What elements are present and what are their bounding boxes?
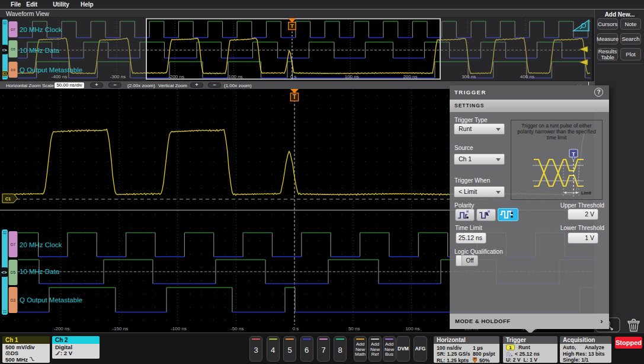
chevron-down-icon xyxy=(496,191,501,194)
horizontal-info-panel[interactable]: Horizontal 100 ns/div 1 µs SR: 1.25 GS/s… xyxy=(434,336,499,363)
trigger-panel-body: Trigger Type Runt Source Ch 1 Trigger Wh… xyxy=(450,112,609,314)
trigger-settings-panel: TRIGGER ? SETTINGS Trigger Type Runt Sou… xyxy=(450,85,609,329)
time-limit-label: Time Limit xyxy=(455,225,482,231)
mode-holdoff-bar[interactable]: MODE & HOLDOFF › xyxy=(450,314,609,329)
channel-5-button[interactable]: 5 xyxy=(283,336,296,362)
channel-tab-label: D3 xyxy=(11,68,15,72)
trigger-badge-label: T xyxy=(290,23,294,29)
h-zoom-factor: (2.00x zoom) xyxy=(127,83,155,88)
help-icon[interactable]: ? xyxy=(594,88,603,97)
trigger-panel-title: TRIGGER xyxy=(454,89,486,95)
acquisition-info-panel[interactable]: Acquisition Auto, Analyze High Res: 13 b… xyxy=(560,336,611,363)
channel-label-D3: Q Output Metastable xyxy=(20,66,82,74)
channel-2-threshold: : 2 V xyxy=(55,350,100,356)
chevron-down-icon xyxy=(496,128,501,131)
trigger-badge-label: T xyxy=(293,94,297,100)
trigger-panel-header: TRIGGER xyxy=(450,85,609,100)
overview-axis-label: 400 ns xyxy=(520,74,534,79)
dvm-button[interactable]: DVM xyxy=(396,336,410,362)
polarity-positive-button[interactable] xyxy=(455,209,475,221)
overview-strip[interactable]: <>D720 MHz ClockD510 MHz DataD3Q Output … xyxy=(2,18,592,81)
afg-button[interactable]: AFG xyxy=(414,336,427,362)
menu-file[interactable]: File xyxy=(11,1,21,8)
channel-label-D5: 10 MHz Data xyxy=(20,268,60,275)
channel-4-button[interactable]: 4 xyxy=(267,336,280,362)
ref-color xyxy=(371,339,379,340)
menu-help[interactable]: Help xyxy=(81,1,94,8)
channel-8-button[interactable]: 8 xyxy=(334,336,347,362)
resize-icon: <> xyxy=(2,47,7,53)
source-dropdown[interactable]: Ch 1 xyxy=(454,154,505,165)
channel-6-button[interactable]: 6 xyxy=(300,336,313,362)
logic-qualification-state[interactable]: Off xyxy=(462,255,478,266)
channel-2-badge[interactable]: Ch 2 Digital : 2 V xyxy=(52,336,100,359)
vertical-zoom-label: Vertical Zoom xyxy=(158,83,187,88)
svg-text:T: T xyxy=(572,151,575,157)
math-color xyxy=(356,339,364,340)
overview-ch1-badge[interactable]: C1 xyxy=(2,71,9,76)
runt-condition-icon xyxy=(506,352,513,357)
stopped-button[interactable]: Stopped xyxy=(615,337,642,349)
trigger-info-panel[interactable]: Trigger 1 Runt < 25.12 ns U: 2 V L: 1 V xyxy=(503,336,558,363)
overview-axis-label: -200 ns xyxy=(168,74,184,79)
menu-edit[interactable]: Edit xyxy=(26,1,37,8)
runt-trigger-diagram: TLimit xyxy=(511,145,602,200)
trigger-type-dropdown[interactable]: Runt xyxy=(454,123,505,135)
menu-utility[interactable]: Utility xyxy=(53,1,69,8)
upper-threshold-input[interactable]: 2 V xyxy=(568,209,598,220)
channel-tab-label: D5 xyxy=(11,270,16,274)
probe-icon xyxy=(5,351,11,356)
add-new-math-button[interactable]: AddNewMath xyxy=(354,336,367,362)
diagram-trigger-flag: T xyxy=(569,149,578,160)
lower-threshold-input[interactable]: 1 V xyxy=(568,232,598,244)
overview-axis-label: -300 ns xyxy=(110,74,126,79)
logic-qualification-toggle[interactable] xyxy=(456,255,462,266)
channel-3-button[interactable]: 3 xyxy=(249,336,262,362)
channel-tab-label: D3 xyxy=(11,298,16,302)
polarity-positive-icon xyxy=(466,210,469,213)
trigger-when-dropdown[interactable]: < Limit xyxy=(454,186,505,197)
horizontal-zoom-scale-input[interactable]: 50.00 ns/div xyxy=(55,82,84,88)
threshold-icon xyxy=(55,351,60,356)
main-axis-label: -200 ns xyxy=(54,326,70,331)
trigger-info-title: Trigger xyxy=(503,336,558,344)
channel-3-color xyxy=(252,339,260,340)
svg-text:C1: C1 xyxy=(5,196,11,202)
tab-settings[interactable]: SETTINGS xyxy=(450,100,609,112)
horizontal-zoom-scale-label: Horizontal Zoom Scale xyxy=(6,83,54,88)
channel-1-badge[interactable]: Ch 1 500 mV/div DS 500 MHz xyxy=(2,336,50,363)
svg-text:C1: C1 xyxy=(2,72,7,75)
polarity-negative-button[interactable] xyxy=(476,209,496,221)
main-axis-label: 50 ns xyxy=(348,326,360,331)
overview-axis-label: 100 ns xyxy=(345,74,359,79)
trash-button[interactable] xyxy=(628,320,639,331)
channel-7-button[interactable]: 7 xyxy=(317,336,330,362)
v-zoom-minus-button[interactable]: − xyxy=(208,82,221,88)
main-axis-label: 100 ns xyxy=(405,326,419,331)
chevron-down-icon xyxy=(496,158,501,161)
overview-axis-label: 0 s xyxy=(290,74,297,79)
polarity-either-button[interactable] xyxy=(498,208,518,221)
main-axis-label: -50 ns xyxy=(230,326,243,331)
main-axis-label: -150 ns xyxy=(112,326,128,331)
add-new-bus-button[interactable]: AddNewBus xyxy=(383,336,396,362)
overview-axis-label: 300 ns xyxy=(462,74,476,79)
channel-6-color xyxy=(303,339,311,340)
add-new-ref-button[interactable]: AddNewRef xyxy=(369,336,382,362)
channel-7-color xyxy=(319,339,328,340)
channel-label-D7: 20 MHz Clock xyxy=(20,241,62,248)
time-limit-input[interactable]: 25.12 ns xyxy=(456,232,486,244)
channel-label-D3: Q Output Metastable xyxy=(20,296,82,304)
channel-tab-label: D7 xyxy=(11,28,15,31)
overview-axis-label: -400 ns xyxy=(52,74,68,79)
channel-1-bandwidth: 500 MHz xyxy=(5,357,50,363)
channel-label-D5: 10 MHz Data xyxy=(20,47,60,54)
v-zoom-factor: (1.00x zoom) xyxy=(224,83,252,88)
overview-axis-label: -100 ns xyxy=(227,74,243,79)
main-axis-label: -100 ns xyxy=(171,326,187,331)
h-zoom-minus-button[interactable]: − xyxy=(108,82,121,88)
waveform-view-titlebar: Waveform View xyxy=(0,9,594,18)
v-zoom-plus-button[interactable]: + xyxy=(190,82,203,88)
h-zoom-plus-button[interactable]: + xyxy=(90,82,103,88)
bandwidth-icon xyxy=(30,357,34,361)
